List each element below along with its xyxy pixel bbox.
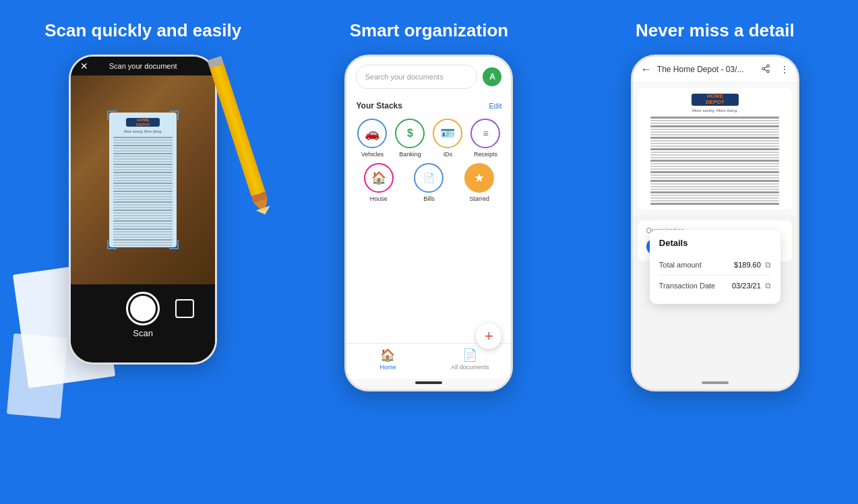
scan-document: HOMEDEPOT More saving. More doing. [109, 113, 177, 247]
svg-point-1 [762, 67, 765, 70]
total-amount-value: $189.60 [734, 261, 761, 269]
user-avatar[interactable]: A [483, 67, 501, 86]
stack-bills[interactable]: 📄 Bills [414, 163, 443, 202]
detail-phone-wrap: ← The Home Depot - 03/... ⋮ HOMEDEPOT Mo… [631, 55, 799, 391]
nav-home[interactable]: 🏠 Home [346, 348, 429, 371]
stacks-title: Your Stacks [356, 101, 402, 111]
detail-doc-title: The Home Depot - 03/... [657, 65, 752, 74]
organize-phone: Search your documents A Your Stacks Edit… [344, 55, 513, 391]
corner-br [169, 240, 179, 249]
banking-icon: $ [395, 119, 425, 148]
ids-label: IDs [443, 151, 453, 158]
scan-label: Scan [133, 328, 153, 338]
scan-phone-header: ✕ Scan your document [71, 57, 215, 75]
spacer [92, 299, 111, 318]
corner-tl [107, 111, 117, 120]
nav-home-label: Home [379, 364, 396, 371]
nav-pill-wrap [346, 379, 511, 389]
ids-icon: 🪪 [433, 119, 462, 148]
scan-phone: ✕ Scan your document HOMEDEPOT More savi… [69, 55, 217, 365]
stacks-row-1: 🚗 Vehicles $ Banking 🪪 IDs ≡ Receipts [356, 119, 501, 158]
capture-button[interactable] [126, 292, 160, 325]
stacks-row-2: 🏠 House 📄 Bills ★ Starred [356, 163, 501, 202]
gallery-button[interactable] [175, 299, 194, 318]
stack-starred[interactable]: ★ Starred [464, 163, 494, 202]
close-icon[interactable]: ✕ [80, 61, 88, 71]
house-label: House [370, 195, 388, 202]
transaction-date-value-wrap: 03/23/21 ⧉ [732, 281, 771, 290]
nav-docs-label: All documents [451, 364, 489, 371]
preview-lines [650, 115, 779, 206]
fab-icon: + [485, 327, 493, 345]
scan-bottom-controls: Scan [71, 284, 215, 345]
nav-all-docs[interactable]: 📄 All documents [429, 348, 511, 371]
stack-ids[interactable]: 🪪 IDs [431, 119, 464, 158]
search-bar[interactable]: Search your documents [356, 65, 477, 89]
stack-house[interactable]: 🏠 House [364, 163, 394, 202]
total-amount-value-wrap: $189.60 ⧉ [734, 260, 771, 270]
details-card-title: Details [659, 238, 771, 248]
vehicles-icon: 🚗 [357, 119, 387, 148]
receipts-label: Receipts [474, 151, 497, 158]
bills-icon: 📄 [414, 163, 443, 193]
receipts-icon: ≡ [470, 119, 500, 148]
corner-bl [107, 240, 117, 249]
docs-icon: 📄 [462, 348, 477, 363]
capture-button-inner [130, 296, 156, 321]
svg-point-2 [767, 70, 770, 73]
detail-phone: ← The Home Depot - 03/... ⋮ HOMEDEPOT Mo… [631, 55, 799, 391]
banking-label: Banking [399, 151, 421, 158]
stack-receipts[interactable]: ≡ Receipts [469, 119, 501, 158]
scan-section: Scan quickly and easily ✕ Scan your docu… [0, 0, 286, 504]
svg-point-0 [767, 65, 770, 67]
starred-label: Starred [469, 195, 489, 202]
total-amount-label: Total amount [659, 261, 702, 269]
receipt-logo: HOMEDEPOT [126, 118, 160, 127]
receipt-preview: HOMEDEPOT More saving. More doing. [638, 88, 792, 210]
detail-nav-pill [702, 381, 729, 384]
more-options-icon[interactable]: ⋮ [780, 64, 789, 75]
starred-icon: ★ [464, 163, 494, 193]
scan-title: Scan quickly and easily [44, 20, 241, 41]
preview-tagline: More saving. More doing. [692, 108, 738, 113]
svg-line-4 [764, 66, 767, 67]
detail-section: Never miss a detail ← The Home Depot - 0… [572, 0, 858, 504]
corner-tr [169, 111, 179, 120]
transaction-date-row: Transaction Date 03/23/21 ⧉ [659, 276, 771, 296]
back-arrow-icon[interactable]: ← [641, 63, 652, 75]
copy-total-icon[interactable]: ⧉ [765, 260, 771, 270]
share-icon[interactable] [761, 64, 770, 75]
total-amount-row: Total amount $189.60 ⧉ [659, 255, 771, 276]
detail-title: Never miss a detail [636, 20, 795, 41]
copy-date-icon[interactable]: ⧉ [765, 281, 771, 290]
search-placeholder: Search your documents [365, 73, 443, 81]
edit-link[interactable]: Edit [489, 102, 502, 110]
organize-section: Smart organization Search your documents… [286, 0, 572, 504]
org-header: Search your documents A [346, 57, 511, 94]
avatar-letter: A [489, 72, 495, 82]
receipt-lines [113, 135, 173, 247]
nav-pill [415, 381, 442, 384]
vehicles-label: Vehicles [361, 151, 384, 158]
stacks-section: Your Stacks Edit 🚗 Vehicles $ Banking 🪪 … [346, 94, 511, 343]
transaction-date-value: 03/23/21 [732, 282, 761, 290]
preview-logo: HOMEDEPOT [692, 94, 739, 106]
bills-label: Bills [423, 195, 435, 202]
svg-line-3 [764, 69, 767, 71]
preview-logo-text: HOMEDEPOT [706, 94, 725, 106]
detail-phone-header: ← The Home Depot - 03/... ⋮ [633, 57, 797, 83]
stack-banking[interactable]: $ Banking [394, 119, 426, 158]
house-icon: 🏠 [364, 163, 394, 193]
home-icon: 🏠 [380, 348, 395, 363]
scan-controls-row [71, 292, 215, 325]
transaction-date-label: Transaction Date [659, 282, 715, 290]
stack-vehicles[interactable]: 🚗 Vehicles [356, 119, 388, 158]
organize-title: Smart organization [350, 20, 508, 41]
detail-pill-wrap [633, 379, 797, 389]
scan-header-label: Scan your document [109, 62, 177, 70]
scan-camera-area: HOMEDEPOT More saving. More doing. [71, 75, 215, 284]
receipt-tagline: More saving. More doing. [124, 129, 162, 133]
details-card: Details Total amount $189.60 ⧉ Transacti… [650, 230, 780, 304]
stacks-header: Your Stacks Edit [356, 101, 501, 111]
